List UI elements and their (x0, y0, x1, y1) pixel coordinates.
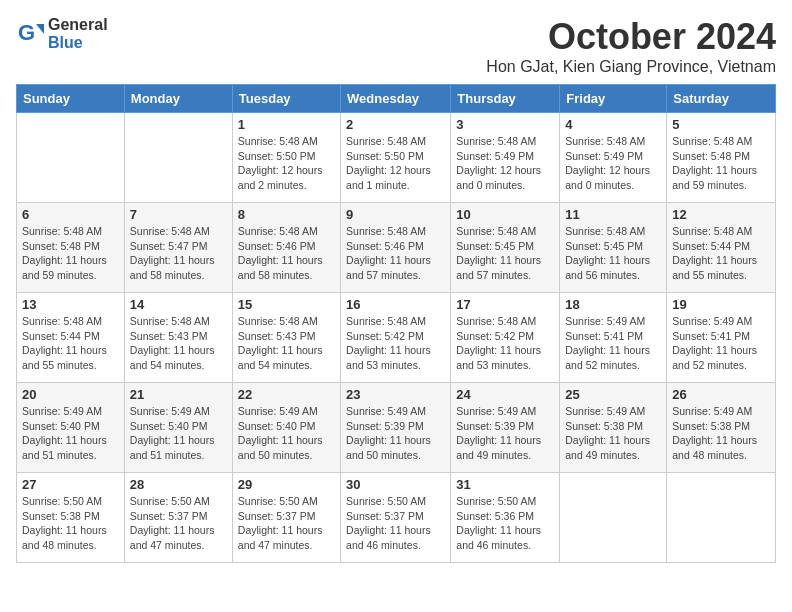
logo-blue: Blue (48, 34, 108, 52)
header-saturday: Saturday (667, 85, 776, 113)
week-row-1: 1Sunrise: 5:48 AMSunset: 5:50 PMDaylight… (17, 113, 776, 203)
day-number: 19 (672, 297, 770, 312)
calendar-cell: 24Sunrise: 5:49 AMSunset: 5:39 PMDayligh… (451, 383, 560, 473)
header-monday: Monday (124, 85, 232, 113)
day-detail: Sunrise: 5:48 AMSunset: 5:48 PMDaylight:… (672, 134, 770, 193)
page-header: G General Blue October 2024 Hon GJat, Ki… (16, 16, 776, 76)
day-detail: Sunrise: 5:48 AMSunset: 5:47 PMDaylight:… (130, 224, 227, 283)
day-detail: Sunrise: 5:48 AMSunset: 5:49 PMDaylight:… (565, 134, 661, 193)
day-number: 16 (346, 297, 445, 312)
day-number: 6 (22, 207, 119, 222)
day-detail: Sunrise: 5:48 AMSunset: 5:49 PMDaylight:… (456, 134, 554, 193)
calendar-table: SundayMondayTuesdayWednesdayThursdayFrid… (16, 84, 776, 563)
day-detail: Sunrise: 5:50 AMSunset: 5:36 PMDaylight:… (456, 494, 554, 553)
day-detail: Sunrise: 5:48 AMSunset: 5:43 PMDaylight:… (238, 314, 335, 373)
day-number: 25 (565, 387, 661, 402)
day-number: 10 (456, 207, 554, 222)
header-thursday: Thursday (451, 85, 560, 113)
day-detail: Sunrise: 5:49 AMSunset: 5:39 PMDaylight:… (456, 404, 554, 463)
calendar-cell: 23Sunrise: 5:49 AMSunset: 5:39 PMDayligh… (341, 383, 451, 473)
calendar-cell: 7Sunrise: 5:48 AMSunset: 5:47 PMDaylight… (124, 203, 232, 293)
day-number: 4 (565, 117, 661, 132)
day-number: 21 (130, 387, 227, 402)
calendar-cell: 28Sunrise: 5:50 AMSunset: 5:37 PMDayligh… (124, 473, 232, 563)
calendar-cell: 16Sunrise: 5:48 AMSunset: 5:42 PMDayligh… (341, 293, 451, 383)
day-number: 31 (456, 477, 554, 492)
week-row-5: 27Sunrise: 5:50 AMSunset: 5:38 PMDayligh… (17, 473, 776, 563)
calendar-cell: 18Sunrise: 5:49 AMSunset: 5:41 PMDayligh… (560, 293, 667, 383)
day-number: 18 (565, 297, 661, 312)
header-friday: Friday (560, 85, 667, 113)
logo: G General Blue (16, 16, 108, 51)
day-number: 7 (130, 207, 227, 222)
day-number: 24 (456, 387, 554, 402)
day-detail: Sunrise: 5:48 AMSunset: 5:50 PMDaylight:… (238, 134, 335, 193)
calendar-cell: 20Sunrise: 5:49 AMSunset: 5:40 PMDayligh… (17, 383, 125, 473)
header-sunday: Sunday (17, 85, 125, 113)
day-detail: Sunrise: 5:48 AMSunset: 5:42 PMDaylight:… (346, 314, 445, 373)
calendar-header-row: SundayMondayTuesdayWednesdayThursdayFrid… (17, 85, 776, 113)
week-row-2: 6Sunrise: 5:48 AMSunset: 5:48 PMDaylight… (17, 203, 776, 293)
calendar-cell: 10Sunrise: 5:48 AMSunset: 5:45 PMDayligh… (451, 203, 560, 293)
calendar-cell: 1Sunrise: 5:48 AMSunset: 5:50 PMDaylight… (232, 113, 340, 203)
calendar-cell: 5Sunrise: 5:48 AMSunset: 5:48 PMDaylight… (667, 113, 776, 203)
calendar-cell: 2Sunrise: 5:48 AMSunset: 5:50 PMDaylight… (341, 113, 451, 203)
calendar-cell: 11Sunrise: 5:48 AMSunset: 5:45 PMDayligh… (560, 203, 667, 293)
header-tuesday: Tuesday (232, 85, 340, 113)
month-title: October 2024 (486, 16, 776, 58)
day-number: 11 (565, 207, 661, 222)
logo-text: General Blue (48, 16, 108, 51)
calendar-cell: 17Sunrise: 5:48 AMSunset: 5:42 PMDayligh… (451, 293, 560, 383)
calendar-cell: 13Sunrise: 5:48 AMSunset: 5:44 PMDayligh… (17, 293, 125, 383)
calendar-cell: 25Sunrise: 5:49 AMSunset: 5:38 PMDayligh… (560, 383, 667, 473)
day-detail: Sunrise: 5:50 AMSunset: 5:37 PMDaylight:… (238, 494, 335, 553)
day-detail: Sunrise: 5:50 AMSunset: 5:37 PMDaylight:… (130, 494, 227, 553)
calendar-cell: 21Sunrise: 5:49 AMSunset: 5:40 PMDayligh… (124, 383, 232, 473)
calendar-cell: 30Sunrise: 5:50 AMSunset: 5:37 PMDayligh… (341, 473, 451, 563)
calendar-cell: 6Sunrise: 5:48 AMSunset: 5:48 PMDaylight… (17, 203, 125, 293)
calendar-cell: 29Sunrise: 5:50 AMSunset: 5:37 PMDayligh… (232, 473, 340, 563)
day-detail: Sunrise: 5:48 AMSunset: 5:43 PMDaylight:… (130, 314, 227, 373)
header-wednesday: Wednesday (341, 85, 451, 113)
day-number: 28 (130, 477, 227, 492)
day-number: 15 (238, 297, 335, 312)
title-block: October 2024 Hon GJat, Kien Giang Provin… (486, 16, 776, 76)
day-detail: Sunrise: 5:49 AMSunset: 5:40 PMDaylight:… (22, 404, 119, 463)
svg-text:G: G (18, 20, 35, 45)
day-number: 26 (672, 387, 770, 402)
calendar-cell: 26Sunrise: 5:49 AMSunset: 5:38 PMDayligh… (667, 383, 776, 473)
day-number: 1 (238, 117, 335, 132)
calendar-cell (667, 473, 776, 563)
day-number: 8 (238, 207, 335, 222)
day-number: 2 (346, 117, 445, 132)
day-number: 29 (238, 477, 335, 492)
day-detail: Sunrise: 5:49 AMSunset: 5:39 PMDaylight:… (346, 404, 445, 463)
day-detail: Sunrise: 5:50 AMSunset: 5:38 PMDaylight:… (22, 494, 119, 553)
day-detail: Sunrise: 5:50 AMSunset: 5:37 PMDaylight:… (346, 494, 445, 553)
calendar-cell: 22Sunrise: 5:49 AMSunset: 5:40 PMDayligh… (232, 383, 340, 473)
day-detail: Sunrise: 5:49 AMSunset: 5:41 PMDaylight:… (672, 314, 770, 373)
day-detail: Sunrise: 5:49 AMSunset: 5:38 PMDaylight:… (672, 404, 770, 463)
day-detail: Sunrise: 5:49 AMSunset: 5:40 PMDaylight:… (238, 404, 335, 463)
day-detail: Sunrise: 5:48 AMSunset: 5:48 PMDaylight:… (22, 224, 119, 283)
day-number: 17 (456, 297, 554, 312)
logo-general: General (48, 16, 108, 34)
calendar-cell: 14Sunrise: 5:48 AMSunset: 5:43 PMDayligh… (124, 293, 232, 383)
day-number: 3 (456, 117, 554, 132)
day-number: 27 (22, 477, 119, 492)
day-detail: Sunrise: 5:49 AMSunset: 5:38 PMDaylight:… (565, 404, 661, 463)
day-detail: Sunrise: 5:48 AMSunset: 5:45 PMDaylight:… (565, 224, 661, 283)
calendar-cell: 9Sunrise: 5:48 AMSunset: 5:46 PMDaylight… (341, 203, 451, 293)
day-number: 5 (672, 117, 770, 132)
calendar-cell: 4Sunrise: 5:48 AMSunset: 5:49 PMDaylight… (560, 113, 667, 203)
calendar-cell: 31Sunrise: 5:50 AMSunset: 5:36 PMDayligh… (451, 473, 560, 563)
calendar-cell: 27Sunrise: 5:50 AMSunset: 5:38 PMDayligh… (17, 473, 125, 563)
day-number: 13 (22, 297, 119, 312)
day-detail: Sunrise: 5:48 AMSunset: 5:44 PMDaylight:… (672, 224, 770, 283)
day-detail: Sunrise: 5:48 AMSunset: 5:42 PMDaylight:… (456, 314, 554, 373)
day-number: 23 (346, 387, 445, 402)
calendar-cell: 3Sunrise: 5:48 AMSunset: 5:49 PMDaylight… (451, 113, 560, 203)
day-detail: Sunrise: 5:49 AMSunset: 5:40 PMDaylight:… (130, 404, 227, 463)
day-detail: Sunrise: 5:48 AMSunset: 5:45 PMDaylight:… (456, 224, 554, 283)
week-row-3: 13Sunrise: 5:48 AMSunset: 5:44 PMDayligh… (17, 293, 776, 383)
